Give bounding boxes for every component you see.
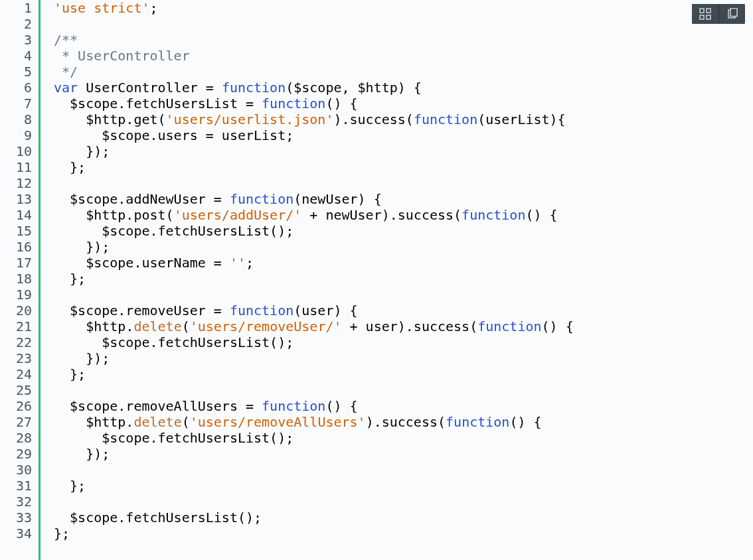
code-token: 'use strict' [54, 0, 150, 16]
code-token: () { [325, 398, 357, 414]
line-number: 29 [0, 446, 32, 462]
code-line: }; [54, 366, 753, 382]
line-number: 11 [0, 159, 32, 175]
code-token: ; [246, 255, 254, 271]
code-token: UserController = [78, 80, 222, 96]
code-token: ($scope, $http) { [286, 80, 422, 96]
line-number: 17 [0, 255, 32, 271]
code-token: function [230, 191, 293, 207]
line-number: 24 [0, 366, 32, 382]
code-area[interactable]: 'use strict';/** * UserController */var … [39, 0, 753, 560]
code-line: }); [54, 239, 753, 255]
line-number: 5 [0, 64, 32, 80]
code-token: }); [54, 446, 110, 462]
code-token: $scope.fetchUsersList(); [54, 510, 262, 525]
code-token: function [446, 414, 509, 430]
code-token: () { [542, 318, 574, 334]
code-token: function [262, 398, 325, 414]
line-number: 6 [0, 80, 32, 96]
code-line: }; [54, 525, 753, 541]
line-number: 30 [0, 462, 32, 478]
line-number: 14 [0, 207, 32, 223]
code-line: /** [54, 32, 753, 48]
code-token: ; [150, 0, 158, 16]
code-line: $scope.fetchUsersList(); [54, 223, 753, 239]
line-number: 13 [0, 191, 32, 207]
code-line [54, 382, 753, 398]
code-token: $scope.fetchUsersList = [54, 96, 262, 111]
code-line: $http.get('users/userlist.json').success… [54, 111, 753, 127]
code-line: $http.delete('users/removeUser/' + user)… [54, 318, 753, 334]
code-line: }; [54, 271, 753, 287]
line-number: 1 [0, 0, 32, 16]
line-number: 2 [0, 16, 32, 32]
code-line: $http.delete('users/removeAllUsers').suc… [54, 414, 753, 430]
line-number: 32 [0, 494, 32, 510]
line-number: 4 [0, 48, 32, 64]
code-line: }); [54, 446, 753, 462]
code-token: }; [54, 525, 70, 541]
code-token: ( [182, 318, 190, 334]
copy-icon [726, 8, 738, 20]
code-token: $http. [54, 318, 133, 334]
code-token: ).success( [333, 111, 413, 127]
code-token: $scope.addNewUser = [54, 191, 230, 207]
code-token: }; [54, 271, 86, 287]
line-number: 10 [0, 143, 32, 159]
code-token: 'users/removeUser/' [190, 318, 342, 334]
code-token: /** [54, 32, 78, 48]
code-line [54, 16, 753, 32]
line-number: 20 [0, 303, 32, 318]
code-line: $scope.addNewUser = function(newUser) { [54, 191, 753, 207]
code-token: 'users/removeAllUsers' [190, 414, 366, 430]
line-number: 16 [0, 239, 32, 255]
code-token: + user).success( [342, 318, 478, 334]
code-token: $scope.users = userList; [54, 127, 293, 143]
line-number: 34 [0, 525, 32, 541]
line-number: 28 [0, 430, 32, 446]
code-token: }); [54, 239, 110, 255]
code-line: }); [54, 350, 753, 366]
code-line: $http.post('users/addUser/' + newUser).s… [54, 207, 753, 223]
code-token: $scope.fetchUsersList(); [54, 430, 293, 446]
code-token: delete [133, 414, 181, 430]
line-number: 3 [0, 32, 32, 48]
code-token: () { [325, 96, 357, 111]
code-token: function [262, 96, 325, 111]
code-token: function [477, 318, 541, 334]
code-token: (userList){ [477, 111, 565, 127]
code-token: function [414, 111, 477, 127]
code-line: $scope.userName = ''; [54, 255, 753, 271]
code-token: + newUser).success( [301, 207, 461, 223]
code-token: $http.get( [54, 111, 166, 127]
code-line [54, 494, 753, 510]
grid-view-button[interactable] [692, 4, 718, 24]
code-token: delete [133, 318, 181, 334]
code-token: ( [182, 414, 190, 430]
line-number: 33 [0, 510, 32, 525]
code-line: */ [54, 64, 753, 80]
code-token: }; [54, 366, 86, 382]
code-token: $http. [54, 414, 133, 430]
code-line: $scope.removeUser = function(user) { [54, 303, 753, 318]
line-number: 12 [0, 175, 32, 191]
copy-button[interactable] [718, 4, 745, 24]
line-number: 27 [0, 414, 32, 430]
line-number-gutter: 1234567891011121314151617181920212223242… [0, 0, 39, 560]
code-token: (user) { [293, 303, 357, 318]
code-line: $scope.fetchUsersList(); [54, 510, 753, 525]
line-number: 22 [0, 334, 32, 350]
code-token: }; [54, 159, 86, 175]
line-number: 18 [0, 271, 32, 287]
line-number: 26 [0, 398, 32, 414]
code-token: '' [230, 255, 246, 271]
svg-rect-2 [700, 15, 704, 19]
code-line: }); [54, 143, 753, 159]
code-line: var UserController = function($scope, $h… [54, 80, 753, 96]
code-line: $scope.users = userList; [54, 127, 753, 143]
code-token: $scope.fetchUsersList(); [54, 223, 293, 239]
line-number: 9 [0, 127, 32, 143]
code-line: $scope.removeAllUsers = function() { [54, 398, 753, 414]
line-number: 31 [0, 478, 32, 494]
line-number: 8 [0, 111, 32, 127]
